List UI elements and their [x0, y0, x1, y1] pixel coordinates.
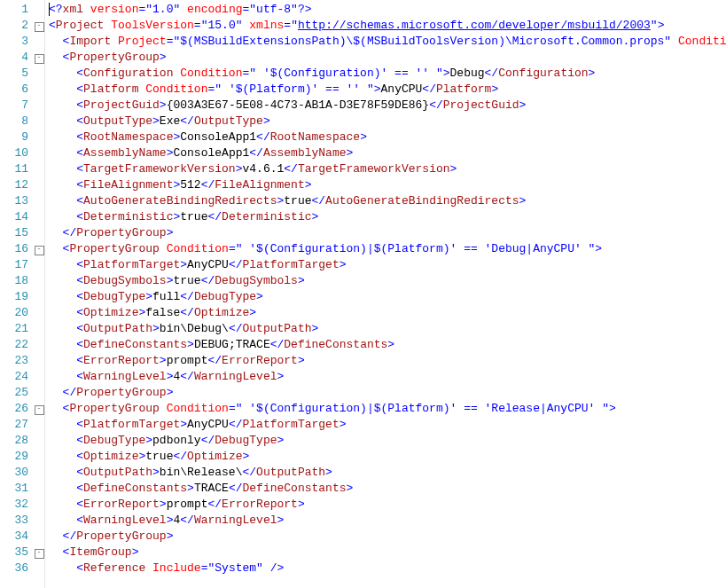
token-p: < [76, 274, 83, 287]
token-s: " '$(Configuration)|$(Platform)' == 'Deb… [236, 242, 596, 255]
code-line[interactable]: <DebugSymbols>true</DebugSymbols> [49, 273, 726, 289]
fold-marker[interactable]: - [34, 401, 44, 417]
fold-marker[interactable] [34, 417, 44, 433]
code-line[interactable]: <PropertyGroup Condition=" '$(Configurat… [49, 401, 726, 417]
token-k: pdbonly [152, 434, 201, 447]
fold-marker[interactable] [34, 561, 44, 576]
fold-marker[interactable] [34, 465, 44, 481]
code-line[interactable]: <PropertyGroup> [49, 50, 726, 66]
code-line[interactable]: <WarningLevel>4</WarningLevel> [49, 369, 726, 385]
code-line[interactable]: <ProjectGuid>{003A3E67-5E08-4C73-AB1A-D3… [49, 98, 726, 114]
token-k: AnyCPU [187, 258, 229, 271]
token-p: > [519, 194, 527, 208]
fold-marker[interactable]: - [34, 241, 44, 257]
fold-marker[interactable] [34, 82, 44, 98]
code-line[interactable]: </PropertyGroup> [49, 385, 726, 401]
fold-minus-icon[interactable]: - [35, 405, 44, 415]
code-line[interactable]: <Optimize>true</Optimize> [49, 449, 726, 465]
fold-marker[interactable] [34, 513, 44, 529]
fold-marker[interactable] [34, 257, 44, 273]
code-line[interactable]: <Reference Include="System" /> [49, 561, 726, 576]
code-line[interactable]: <PlatformTarget>AnyCPU</PlatformTarget> [49, 257, 726, 273]
token-p: </ [249, 146, 263, 160]
fold-marker[interactable] [34, 193, 44, 209]
fold-marker[interactable] [34, 273, 44, 289]
code-line[interactable]: <DebugType>full</DebugType> [49, 289, 726, 305]
token-p: < [76, 450, 83, 463]
code-line[interactable]: <OutputPath>bin\Release\</OutputPath> [49, 465, 726, 481]
code-area[interactable]: <?xml version="1.0" encoding="utf-8"?><P… [45, 0, 726, 588]
code-line[interactable]: <AutoGenerateBindingRedirects>true</Auto… [49, 193, 726, 209]
fold-marker[interactable] [34, 369, 44, 385]
fold-minus-icon[interactable]: - [35, 54, 44, 64]
code-line[interactable]: <DebugType>pdbonly</DebugType> [49, 433, 726, 449]
fold-gutter[interactable]: ----- [34, 0, 45, 588]
code-line[interactable]: <?xml version="1.0" encoding="utf-8"?> [49, 2, 726, 18]
code-line[interactable]: <DefineConstants>TRACE</DefineConstants> [49, 481, 726, 497]
fold-minus-icon[interactable]: - [35, 246, 44, 255]
code-line[interactable]: <FileAlignment>512</FileAlignment> [49, 177, 726, 193]
fold-marker[interactable] [34, 497, 44, 513]
fold-marker[interactable] [34, 353, 44, 369]
code-line[interactable]: <DefineConstants>DEBUG;TRACE</DefineCons… [49, 337, 726, 353]
line-number: 7 [0, 98, 34, 114]
code-line[interactable]: </PropertyGroup> [49, 529, 726, 545]
fold-marker[interactable]: - [34, 18, 44, 34]
fold-marker[interactable]: - [34, 545, 44, 561]
token-t: Deterministic [222, 210, 311, 223]
fold-marker[interactable] [34, 161, 44, 177]
fold-marker[interactable] [34, 481, 44, 497]
fold-marker[interactable] [34, 337, 44, 353]
fold-marker[interactable] [34, 145, 44, 161]
fold-marker[interactable] [34, 321, 44, 337]
code-line[interactable]: <Platform Condition=" '$(Platform)' == '… [49, 82, 726, 98]
fold-marker[interactable] [34, 34, 44, 50]
token-k: prompt [167, 498, 208, 511]
fold-marker[interactable] [34, 66, 44, 82]
code-line[interactable]: <RootNamespace>ConsoleApp1</RootNamespac… [49, 129, 726, 145]
token-t: DefineConstants [243, 482, 347, 495]
code-line[interactable]: <OutputPath>bin\Debug\</OutputPath> [49, 321, 726, 337]
code-line[interactable]: <OutputType>Exe</OutputType> [49, 114, 726, 129]
fold-marker[interactable] [34, 225, 44, 241]
token-t: Deterministic [83, 210, 173, 223]
fold-marker[interactable] [34, 385, 44, 401]
code-line[interactable]: <PropertyGroup Condition=" '$(Configurat… [49, 241, 726, 257]
fold-marker[interactable] [34, 209, 44, 225]
code-line[interactable]: <AssemblyName>ConsoleApp1</AssemblyName> [49, 145, 726, 161]
code-line[interactable]: <PlatformTarget>AnyCPU</PlatformTarget> [49, 417, 726, 433]
token-t: OutputPath [83, 466, 152, 479]
fold-marker[interactable] [34, 114, 44, 129]
code-line[interactable]: <Optimize>false</Optimize> [49, 305, 726, 321]
fold-marker[interactable] [34, 449, 44, 465]
fold-minus-icon[interactable]: - [35, 549, 44, 559]
code-editor[interactable]: 1234567891011121314151617181920212223242… [0, 0, 726, 588]
code-line[interactable]: <TargetFrameworkVersion>v4.6.1</TargetFr… [49, 161, 726, 177]
code-line[interactable]: <ErrorReport>prompt</ErrorReport> [49, 353, 726, 369]
token-p: > [249, 306, 256, 319]
fold-minus-icon[interactable]: - [35, 22, 44, 32]
token-t: DebugType [215, 434, 277, 447]
code-line[interactable]: <Deterministic>true</Deterministic> [49, 209, 726, 225]
fold-marker[interactable] [34, 177, 44, 193]
code-line[interactable]: <WarningLevel>4</WarningLevel> [49, 513, 726, 529]
fold-marker[interactable] [34, 129, 44, 145]
token-s: " [291, 19, 298, 32]
fold-marker[interactable] [34, 289, 44, 305]
fold-marker[interactable] [34, 433, 44, 449]
code-line[interactable]: <ItemGroup> [49, 545, 726, 561]
fold-marker[interactable] [34, 98, 44, 114]
fold-marker[interactable] [34, 529, 44, 545]
fold-marker[interactable] [34, 2, 44, 18]
fold-marker[interactable]: - [34, 50, 44, 66]
token-p: </ [180, 290, 194, 303]
token-t: xml [63, 3, 83, 16]
fold-marker[interactable] [34, 305, 44, 321]
code-line[interactable]: <Project ToolsVersion="15.0" xmlns="http… [49, 18, 726, 34]
code-line[interactable]: <Configuration Condition=" '$(Configurat… [49, 66, 726, 82]
code-line[interactable]: </PropertyGroup> [49, 225, 726, 241]
code-line[interactable]: <ErrorReport>prompt</ErrorReport> [49, 497, 726, 513]
token-p: > [160, 98, 167, 112]
code-line[interactable]: <Import Project="$(MSBuildExtensionsPath… [49, 34, 726, 50]
url-link[interactable]: http://schemas.microsoft.com/developer/m… [298, 19, 651, 32]
